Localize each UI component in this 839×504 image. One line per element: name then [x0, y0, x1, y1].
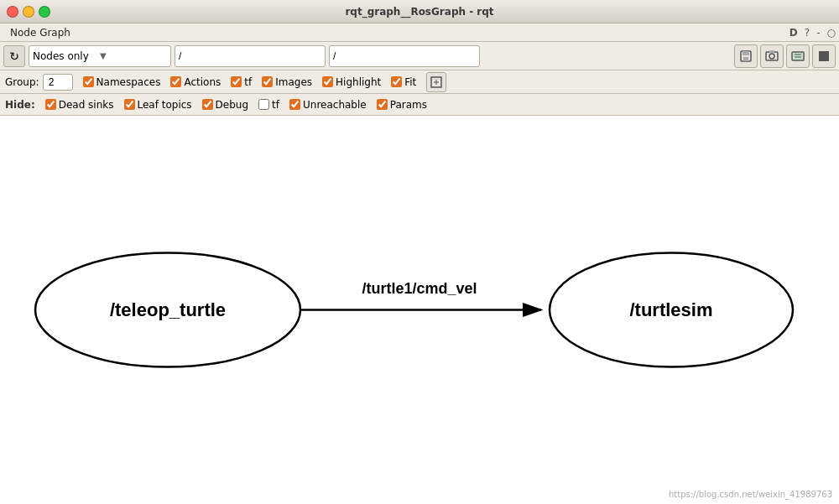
tf-hide-checkbox[interactable]: tf	[258, 99, 279, 111]
help-icon[interactable]: D	[789, 27, 798, 39]
view-mode-dropdown[interactable]: Nodes only ▼	[29, 45, 171, 67]
svg-point-4	[769, 54, 774, 59]
filter-input-2[interactable]	[329, 45, 480, 67]
minimize-button[interactable]	[23, 6, 34, 18]
highlight-label: Highlight	[336, 76, 381, 88]
fit-icon-button[interactable]	[426, 72, 446, 92]
window-title: rqt_graph__RosGraph - rqt	[345, 6, 493, 18]
question-icon[interactable]: ?	[805, 27, 810, 39]
view-button[interactable]	[812, 44, 836, 68]
options-bar: Group: Namespaces Actions tf Images High…	[0, 70, 839, 94]
actions-label: Actions	[184, 76, 221, 88]
unreachable-label: Unreachable	[303, 99, 367, 111]
leaf-topics-checkbox[interactable]: Leaf topics	[124, 99, 192, 111]
group-control: Group:	[5, 74, 73, 91]
images-checkbox[interactable]: Images	[262, 76, 312, 88]
svg-rect-9	[819, 51, 829, 61]
group-label: Group:	[5, 76, 39, 88]
fit-checkbox[interactable]: Fit	[391, 76, 416, 88]
close-menu-icon[interactable]: ○	[827, 27, 836, 39]
export-button[interactable]	[786, 44, 810, 68]
graph-canvas: /turtle1/cmd_vel /teleop_turtle /turtles…	[0, 116, 839, 504]
chevron-down-icon: ▼	[100, 51, 167, 60]
group-spinner[interactable]	[43, 74, 73, 91]
highlight-checkbox[interactable]: Highlight	[322, 76, 381, 88]
leaf-topics-label: Leaf topics	[138, 99, 192, 111]
node-teleop-turtle-label: /teleop_turtle	[110, 299, 226, 320]
unreachable-checkbox[interactable]: Unreachable	[289, 99, 367, 111]
debug-checkbox[interactable]: Debug	[202, 99, 248, 111]
dash-separator: -	[816, 27, 820, 39]
save-button[interactable]	[734, 44, 758, 68]
node-turtlesim-label: /turtlesim	[629, 299, 712, 320]
refresh-icon: ↻	[9, 49, 19, 63]
actions-checkbox[interactable]: Actions	[170, 76, 221, 88]
menu-node-graph[interactable]: Node Graph	[3, 25, 77, 40]
toolbar-actions	[734, 44, 836, 68]
menu-bar: Node Graph D ? - ○	[0, 23, 839, 42]
dropdown-value: Nodes only	[33, 50, 100, 62]
svg-rect-6	[792, 52, 804, 60]
svg-rect-2	[743, 57, 748, 61]
svg-rect-5	[769, 50, 774, 53]
refresh-button[interactable]: ↻	[3, 45, 25, 67]
watermark: https://blog.csdn.net/weixin_41989763	[669, 490, 832, 499]
title-bar: rqt_graph__RosGraph - rqt	[0, 0, 839, 23]
filter-input-1[interactable]	[175, 45, 326, 67]
screenshot-button[interactable]	[760, 44, 784, 68]
maximize-button[interactable]	[39, 6, 50, 18]
toolbar: ↻ Nodes only ▼	[0, 42, 839, 70]
close-button[interactable]	[7, 6, 18, 18]
namespaces-checkbox[interactable]: Namespaces	[83, 76, 161, 88]
tf-checkbox[interactable]: tf	[231, 76, 252, 88]
hide-label: Hide:	[5, 99, 35, 111]
dead-sinks-checkbox[interactable]: Dead sinks	[45, 99, 114, 111]
graph-area[interactable]: /turtle1/cmd_vel /teleop_turtle /turtles…	[0, 116, 839, 504]
svg-rect-1	[743, 51, 749, 55]
params-checkbox[interactable]: Params	[377, 99, 427, 111]
edge-label: /turtle1/cmd_vel	[362, 280, 477, 297]
window-controls[interactable]	[7, 6, 50, 18]
hide-bar: Hide: Dead sinks Leaf topics Debug tf Un…	[0, 94, 839, 116]
